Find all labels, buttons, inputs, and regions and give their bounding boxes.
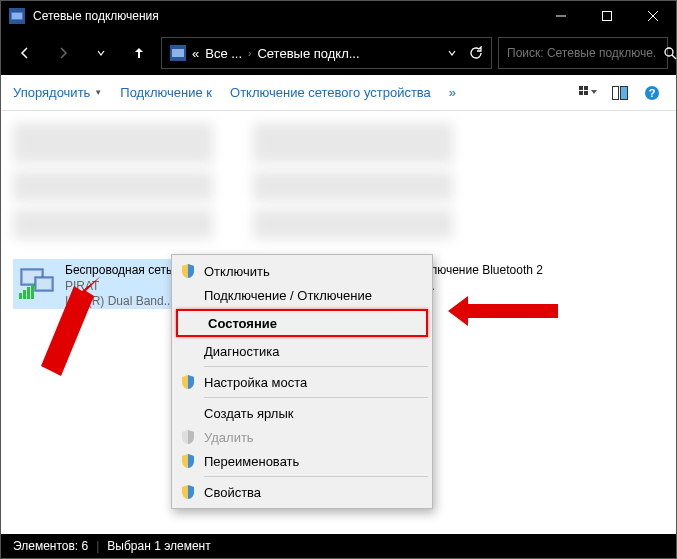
searchbar[interactable] (498, 37, 668, 69)
ctx-rename[interactable]: Переименовать (174, 449, 430, 473)
titlebar: Сетевые подключения (1, 1, 676, 31)
ctx-connect-disconnect[interactable]: Подключение / Отключение (174, 283, 430, 307)
toolbar-more-button[interactable]: » (449, 85, 456, 100)
redacted-item (13, 209, 213, 239)
ctx-bridge[interactable]: Настройка моста (174, 370, 430, 394)
breadcrumb-seg2[interactable]: Сетевые подкл... (257, 46, 359, 61)
back-button[interactable] (9, 37, 41, 69)
redacted-item (253, 171, 453, 201)
svg-rect-13 (579, 91, 583, 95)
app-icon (9, 8, 25, 24)
shield-icon (180, 453, 196, 469)
recent-button[interactable] (85, 37, 117, 69)
svg-point-9 (665, 48, 673, 56)
window-controls (538, 1, 676, 31)
location-icon (170, 45, 186, 61)
svg-rect-15 (613, 86, 619, 99)
svg-rect-14 (584, 91, 588, 95)
addressbar[interactable]: « Все ... › Сетевые подкл... (161, 37, 492, 69)
organize-button[interactable]: Упорядочить▼ (13, 85, 102, 100)
toolbar: Упорядочить▼ Подключение к Отключение се… (1, 75, 676, 111)
ctx-shortcut[interactable]: Создать ярлык (174, 401, 430, 425)
separator (204, 476, 428, 477)
redacted-item (13, 171, 213, 201)
redacted-item (253, 209, 453, 239)
svg-text:?: ? (649, 87, 656, 99)
svg-rect-16 (621, 86, 628, 99)
chevron-icon[interactable]: › (248, 48, 251, 59)
svg-rect-2 (12, 13, 22, 19)
annotation-arrow-right (443, 291, 563, 331)
ctx-properties[interactable]: Свойства (174, 480, 430, 504)
ctx-diagnostics[interactable]: Диагностика (174, 339, 430, 363)
forward-button[interactable] (47, 37, 79, 69)
svg-rect-8 (172, 49, 184, 57)
navbar: « Все ... › Сетевые подкл... (1, 31, 676, 75)
svg-rect-11 (579, 86, 583, 90)
disconnect-device-button[interactable]: Отключение сетевого устройства (230, 85, 431, 100)
maximize-button[interactable] (584, 1, 630, 31)
separator (204, 397, 428, 398)
view-button[interactable] (576, 81, 600, 105)
shield-icon (180, 374, 196, 390)
redacted-item (13, 123, 213, 163)
shield-icon (180, 484, 196, 500)
statusbar: Элементов: 6 | Выбран 1 элемент (1, 534, 676, 558)
ctx-delete: Удалить (174, 425, 430, 449)
svg-line-10 (672, 55, 676, 59)
preview-pane-button[interactable] (608, 81, 632, 105)
help-button[interactable]: ? (640, 81, 664, 105)
status-count: Элементов: 6 (13, 539, 88, 553)
shield-icon (180, 429, 196, 445)
svg-rect-12 (584, 86, 588, 90)
context-menu: Отключить Подключение / Отключение Состо… (171, 254, 433, 509)
chevron-down-icon[interactable] (447, 48, 457, 58)
search-input[interactable] (507, 46, 657, 60)
connect-to-button[interactable]: Подключение к (120, 85, 212, 100)
svg-rect-23 (19, 293, 22, 299)
separator: | (96, 539, 99, 553)
redacted-item (253, 123, 453, 163)
refresh-icon[interactable] (469, 46, 483, 60)
breadcrumb-seg1[interactable]: Все ... (205, 46, 242, 61)
separator (204, 366, 428, 367)
window-title: Сетевые подключения (33, 9, 538, 23)
up-button[interactable] (123, 37, 155, 69)
shield-icon (180, 263, 196, 279)
search-icon[interactable] (663, 46, 677, 60)
minimize-button[interactable] (538, 1, 584, 31)
close-button[interactable] (630, 1, 676, 31)
svg-rect-4 (603, 12, 612, 21)
status-selected: Выбран 1 элемент (107, 539, 210, 553)
ctx-disable[interactable]: Отключить (174, 259, 430, 283)
addr-prefix: « (192, 46, 199, 61)
window: Сетевые подключения (0, 0, 677, 559)
annotation-arrow-left (26, 266, 116, 396)
ctx-status[interactable]: Состояние (176, 309, 428, 337)
